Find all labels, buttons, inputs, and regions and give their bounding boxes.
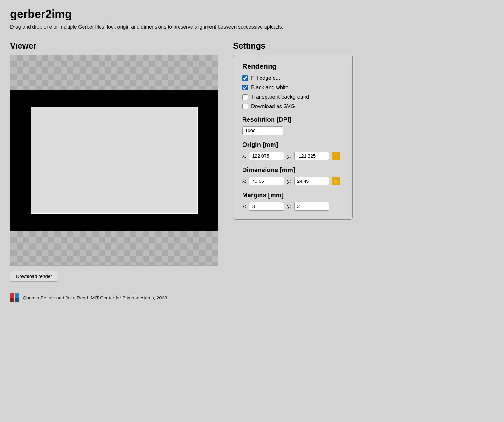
dimensions-y-label: y: bbox=[287, 178, 291, 184]
footer: Quentin Bolsée and Jake Read, MIT Center… bbox=[10, 293, 494, 302]
viewer-section: Viewer Download render bbox=[10, 41, 218, 282]
resolution-group-title: Resolution [DPI] bbox=[242, 116, 344, 123]
origin-y-label: y: bbox=[287, 153, 291, 159]
viewer-title: Viewer bbox=[10, 41, 218, 51]
settings-title: Settings bbox=[233, 41, 494, 51]
margins-input-row: x: y: bbox=[242, 202, 344, 211]
dimensions-y-input[interactable] bbox=[294, 177, 329, 185]
origin-x-label: x: bbox=[242, 153, 246, 159]
download-as-svg-label[interactable]: Download as SVG bbox=[251, 103, 295, 110]
origin-group: Origin [mm] x: y: 🔒 bbox=[242, 141, 344, 160]
pcb-inner-white bbox=[31, 107, 198, 214]
margins-y-input[interactable] bbox=[294, 202, 329, 211]
main-layout: Viewer Download render Settings Renderin… bbox=[10, 41, 494, 282]
pcb-black-area bbox=[10, 90, 218, 231]
margins-group: Margins [mm] x: y: bbox=[242, 192, 344, 211]
margins-group-title: Margins [mm] bbox=[242, 192, 344, 199]
origin-x-input[interactable] bbox=[249, 152, 284, 160]
viewer-canvas bbox=[10, 55, 218, 266]
dimensions-x-input[interactable] bbox=[249, 177, 284, 185]
resolution-input-row bbox=[242, 126, 344, 135]
transparent-background-checkbox[interactable] bbox=[242, 94, 248, 100]
logo-cell-3 bbox=[10, 298, 14, 302]
dimensions-lock-icon[interactable]: 🔒 bbox=[332, 177, 340, 185]
origin-y-input[interactable] bbox=[294, 152, 329, 160]
checker-top bbox=[10, 55, 218, 90]
black-and-white-checkbox[interactable] bbox=[242, 85, 248, 90]
download-render-button[interactable]: Download render bbox=[10, 271, 58, 282]
logo-cell-1 bbox=[10, 293, 14, 298]
fill-edge-cut-row: Fill edge cut bbox=[242, 75, 344, 81]
logo-cell-4 bbox=[15, 298, 19, 302]
app-description: Drag and drop one or multiple Gerber fil… bbox=[10, 23, 357, 31]
margins-y-label: y: bbox=[287, 204, 291, 209]
rendering-group-title: Rendering bbox=[242, 62, 344, 71]
transparent-background-label[interactable]: Transparent background bbox=[251, 94, 309, 100]
app-title: gerber2img bbox=[10, 8, 494, 21]
dimensions-x-label: x: bbox=[242, 178, 246, 184]
origin-input-row: x: y: 🔒 bbox=[242, 152, 344, 160]
logo-cell-2 bbox=[15, 293, 19, 298]
margins-x-input[interactable] bbox=[249, 202, 284, 211]
dimensions-input-row: x: y: 🔒 bbox=[242, 177, 344, 185]
transparent-background-row: Transparent background bbox=[242, 94, 344, 100]
fill-edge-cut-checkbox[interactable] bbox=[242, 75, 248, 81]
origin-lock-icon[interactable]: 🔒 bbox=[332, 152, 340, 160]
settings-box: Rendering Fill edge cut Black and white … bbox=[233, 55, 353, 220]
footer-text: Quentin Bolsée and Jake Read, MIT Center… bbox=[23, 295, 167, 300]
download-as-svg-checkbox[interactable] bbox=[242, 104, 248, 109]
dimensions-group-title: Dimensions [mm] bbox=[242, 166, 344, 174]
settings-section: Settings Rendering Fill edge cut Black a… bbox=[233, 41, 494, 220]
resolution-input[interactable] bbox=[242, 126, 283, 135]
fill-edge-cut-label[interactable]: Fill edge cut bbox=[251, 75, 280, 81]
checker-bottom bbox=[10, 231, 218, 265]
logo-icon bbox=[10, 293, 19, 302]
origin-group-title: Origin [mm] bbox=[242, 141, 344, 148]
black-and-white-label[interactable]: Black and white bbox=[251, 84, 289, 91]
margins-x-label: x: bbox=[242, 204, 246, 209]
download-as-svg-row: Download as SVG bbox=[242, 103, 344, 110]
resolution-group: Resolution [DPI] bbox=[242, 116, 344, 135]
dimensions-group: Dimensions [mm] x: y: 🔒 bbox=[242, 166, 344, 185]
black-and-white-row: Black and white bbox=[242, 84, 344, 91]
